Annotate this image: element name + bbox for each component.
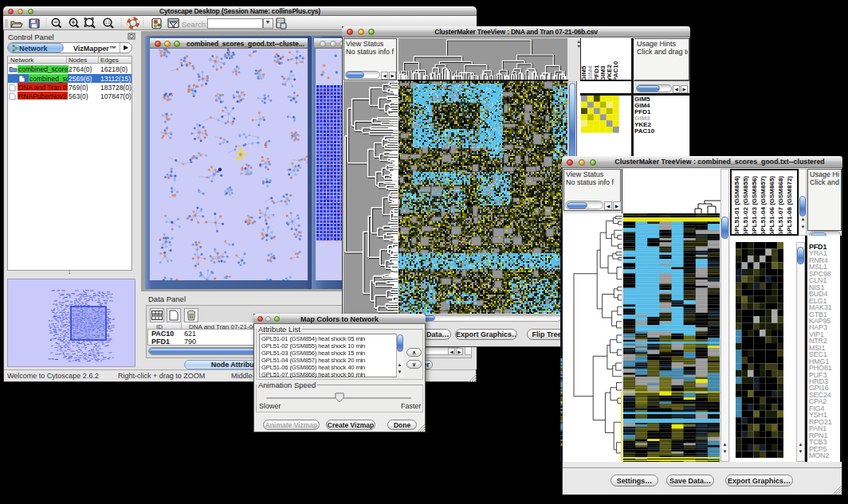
svg-text:1:1: 1:1 — [105, 21, 111, 25]
